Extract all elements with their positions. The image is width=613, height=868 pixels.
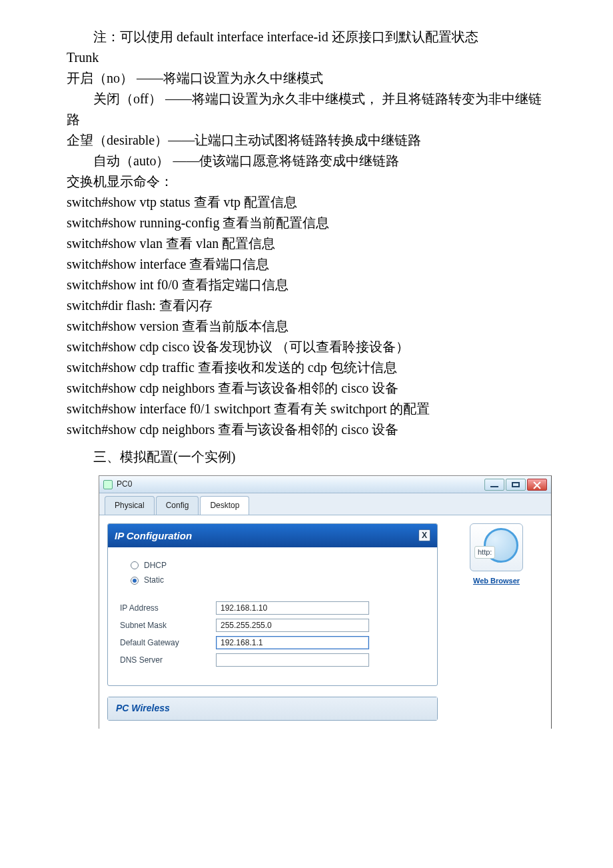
minimize-button[interactable] (484, 479, 504, 491)
pc-wireless-panel[interactable]: PC Wireless (107, 697, 438, 721)
app-icon (103, 480, 113, 489)
label-dns-server: DNS Server (120, 654, 207, 667)
para-cmd-cdp: switch#show cdp cisco 设备发现协议 （可以查看聆接设备） (67, 337, 553, 357)
titlebar: PC0 (99, 476, 551, 493)
close-button[interactable] (527, 479, 547, 491)
label-subnet-mask: Subnet Mask (120, 619, 207, 632)
para-cmd-interface: switch#show interface 查看端口信息 (67, 254, 553, 275)
window-buttons (484, 479, 547, 491)
para-section-three: 三、模拟配置(一个实例) (67, 447, 553, 467)
ip-config-title: IP Configuration (115, 528, 192, 543)
para-trunk-auto: 自动（auto） ——使该端口愿意将链路变成中继链路 (67, 151, 553, 171)
ip-config-panel: IP Configuration X DHCP Static IP Addre (107, 523, 438, 686)
input-subnet-mask[interactable]: 255.255.255.0 (216, 619, 369, 632)
para-cmd-version: switch#show version 查看当前版本信息 (67, 316, 553, 337)
para-cmd-int-f00: switch#show int f0/0 查看指定端口信息 (67, 275, 553, 295)
radio-static-label: Static (144, 574, 164, 587)
para-note: 注：可以使用 default interface interface-id 还原… (67, 27, 553, 47)
label-ip-address: IP Address (120, 602, 207, 615)
http-label: http: (474, 546, 495, 559)
maximize-button[interactable] (506, 479, 526, 491)
tab-config[interactable]: Config (156, 496, 199, 515)
tabstrip: Physical Config Desktop (99, 493, 551, 515)
input-dns-server[interactable] (216, 653, 369, 667)
web-browser-label: Web Browser (473, 575, 520, 587)
radio-dhcp[interactable] (131, 561, 139, 569)
para-cmd-vlan: switch#show vlan 查看 vlan 配置信息 (67, 233, 553, 254)
radio-dhcp-label: DHCP (144, 559, 167, 572)
radio-static[interactable] (131, 577, 139, 585)
web-browser-icon[interactable]: http: (470, 523, 523, 571)
para-cmd-run: switch#show running-config 查看当前配置信息 (67, 213, 553, 233)
pc0-window: PC0 Physical Config Desktop IP Configura… (99, 475, 552, 729)
document-body: 注：可以使用 default interface interface-id 还原… (0, 27, 613, 467)
pc-wireless-title: PC Wireless (108, 697, 437, 720)
radio-row-dhcp[interactable]: DHCP (131, 559, 425, 572)
para-cmd-vtp: switch#show vtp status 查看 vtp 配置信息 (67, 192, 553, 213)
tab-physical[interactable]: Physical (105, 496, 155, 515)
radio-row-static[interactable]: Static (131, 574, 425, 587)
para-cmd-cdp-traffic: switch#show cdp traffic 查看接收和发送的 cdp 包统计… (67, 357, 553, 378)
label-default-gateway: Default Gateway (120, 637, 207, 649)
para-cmd-switchport: switch#show interface f0/1 switchport 查看… (67, 399, 553, 419)
window-title: PC0 (117, 478, 132, 491)
para-cmds-title: 交换机显示命令： (67, 171, 553, 192)
ip-config-close-button[interactable]: X (418, 529, 430, 541)
para-trunk-no: 开启（no） ——将端口设置为永久中继模式 (67, 68, 553, 89)
para-cmd-cdp-neighbors: switch#show cdp neighbors 查看与该设备相邻的 cisc… (67, 378, 553, 399)
para-trunk-desirable: 企望（desirable）——让端口主动试图将链路转换成中继链路 (67, 130, 553, 151)
tabpage-desktop: IP Configuration X DHCP Static IP Addre (99, 515, 551, 729)
para-cmd-dir-flash: switch#dir flash: 查看闪存 (67, 295, 553, 316)
para-trunk-title: Trunk (67, 47, 553, 68)
input-default-gateway[interactable]: 192.168.1.1 (216, 636, 369, 649)
tab-desktop[interactable]: Desktop (200, 496, 249, 515)
input-ip-address[interactable]: 192.168.1.10 (216, 601, 369, 615)
para-cmd-cdp-neighbors2: switch#show cdp neighbors 查看与该设备相邻的 cisc… (67, 419, 553, 440)
para-trunk-off: 关闭（off） ——将端口设置为永久非中继模式， 并且将链路转变为非中继链路 (67, 89, 553, 130)
